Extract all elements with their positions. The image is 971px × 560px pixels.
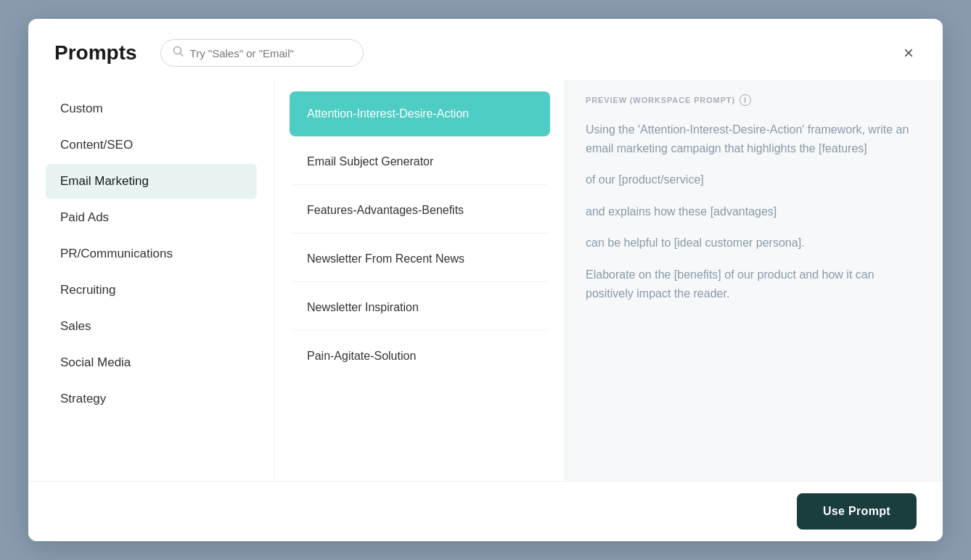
prompt-item-fab[interactable]: Features-Advantages-Benefits (290, 188, 550, 234)
use-prompt-button[interactable]: Use Prompt (797, 493, 917, 530)
modal-header: Prompts × (28, 19, 943, 80)
preview-label: PREVIEW (WORKSPACE PROMPT) i (586, 94, 922, 106)
svg-line-1 (180, 54, 183, 57)
preview-text-block-2: and explains how these [advantages] (586, 202, 922, 221)
category-item-custom[interactable]: Custom (46, 91, 257, 126)
categories-panel: CustomContent/SEOEmail MarketingPaid Ads… (28, 80, 275, 481)
search-input[interactable] (190, 47, 351, 59)
preview-text-block-1: of our [product/service] (586, 170, 922, 189)
prompt-item-newsletter-inspiration[interactable]: Newsletter Inspiration (290, 285, 550, 331)
category-item-strategy[interactable]: Strategy (46, 382, 257, 416)
category-item-recruiting[interactable]: Recruiting (46, 273, 257, 308)
category-item-pr-communications[interactable]: PR/Communications (46, 236, 257, 271)
modal-overlay: Prompts × CustomContent/SEOEmail Marketi… (0, 0, 971, 560)
prompt-item-newsletter-news[interactable]: Newsletter From Recent News (290, 236, 550, 282)
modal-footer: Use Prompt (28, 481, 943, 541)
preview-label-text: PREVIEW (WORKSPACE PROMPT) (586, 96, 735, 104)
prompts-panel: Attention-Interest-Desire-ActionEmail Su… (275, 80, 565, 481)
preview-text-block-0: Using the 'Attention-Interest-Desire-Act… (586, 120, 922, 157)
category-item-sales[interactable]: Sales (46, 309, 257, 344)
category-item-paid-ads[interactable]: Paid Ads (46, 200, 257, 235)
prompt-item-aida[interactable]: Attention-Interest-Desire-Action (290, 91, 550, 136)
modal-title: Prompts (54, 41, 137, 65)
prompt-item-pas[interactable]: Pain-Agitate-Solution (290, 334, 550, 379)
prompt-item-email-subject[interactable]: Email Subject Generator (290, 139, 550, 185)
close-button[interactable]: × (901, 41, 917, 65)
preview-text-block-3: can be helpful to [ideal customer person… (586, 234, 922, 252)
search-container[interactable] (160, 39, 364, 67)
preview-text-block-4: Elaborate on the [benefits] of our produ… (586, 265, 922, 302)
category-item-content-seo[interactable]: Content/SEO (46, 128, 257, 162)
preview-panel: PREVIEW (WORKSPACE PROMPT) i Using the '… (565, 80, 943, 481)
modal-body: CustomContent/SEOEmail MarketingPaid Ads… (28, 80, 943, 481)
search-icon (173, 46, 184, 60)
category-item-social-media[interactable]: Social Media (46, 345, 257, 380)
info-icon[interactable]: i (739, 94, 751, 106)
category-item-email-marketing[interactable]: Email Marketing (46, 164, 257, 199)
modal-container: Prompts × CustomContent/SEOEmail Marketi… (28, 19, 943, 541)
